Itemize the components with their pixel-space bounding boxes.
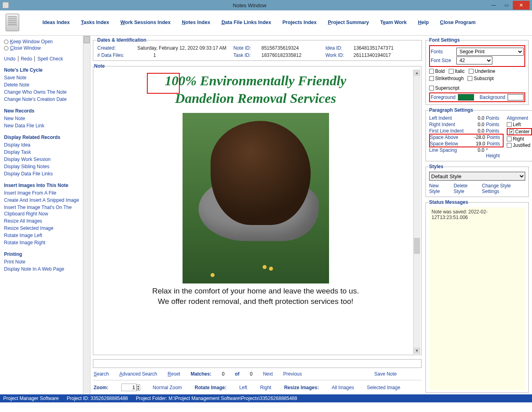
rotate-right-link[interactable]: Right xyxy=(260,385,271,390)
label-first-line-indent: First Line Indent xyxy=(429,128,466,134)
link-change-style[interactable]: Change Style Settings xyxy=(482,183,525,194)
maximize-button[interactable]: ▭ xyxy=(500,1,513,10)
next-link[interactable]: Next xyxy=(263,371,273,377)
zoom-down-icon[interactable]: ▼ xyxy=(137,388,140,390)
advanced-search-link[interactable]: Advanced Search xyxy=(119,371,157,377)
link-display-web-page[interactable]: Display Note In A Web Page xyxy=(4,266,80,272)
label-background: Background xyxy=(480,94,505,100)
footer-project-folder-label: Project Folder: xyxy=(136,396,167,401)
link-change-owner[interactable]: Change Who Owns The Note xyxy=(4,89,80,95)
group-printing: Printing xyxy=(4,251,80,257)
link-print-note[interactable]: Print Note xyxy=(4,259,80,265)
link-save-note[interactable]: Save Note xyxy=(4,74,80,81)
resize-all-link[interactable]: All Images xyxy=(331,385,354,390)
radio-keep-window-open[interactable]: Keep Window Open xyxy=(4,39,80,44)
panel-styles: Styles Default Style New Style Delete St… xyxy=(426,164,529,197)
menu-projects-index[interactable]: Projects Index xyxy=(282,20,316,25)
legend-status: Status Messages xyxy=(429,199,468,205)
menu-help[interactable]: Help xyxy=(418,20,429,25)
link-rotate-image-left[interactable]: Rotate Image Left xyxy=(4,232,80,239)
label-right-indent: Right Indent xyxy=(429,122,466,127)
spell-check-link[interactable]: Spell Check xyxy=(35,56,65,62)
checkbox-italic[interactable]: Italic xyxy=(449,68,465,74)
sidebar-scrollbar[interactable] xyxy=(83,36,90,394)
label-fonts: Fonts xyxy=(431,49,454,54)
link-resize-all-images[interactable]: Resize All Images xyxy=(4,218,80,224)
main-content: Dates & Identification Created: Saturday… xyxy=(92,36,424,394)
radio-close-window[interactable]: Close Window xyxy=(4,45,80,51)
zoom-input[interactable] xyxy=(121,384,137,391)
zoom-up-icon[interactable]: ▲ xyxy=(137,385,140,388)
foreground-color-swatch[interactable] xyxy=(458,94,474,100)
checkbox-bold[interactable]: Bold xyxy=(429,68,445,74)
menu-tasks-index[interactable]: Tasks Index xyxy=(81,20,109,25)
panel-dates: Dates & Identification Created: Saturday… xyxy=(93,37,422,61)
search-link[interactable]: Search xyxy=(94,371,109,377)
checkbox-align-center[interactable]: ✔Center xyxy=(509,129,530,135)
styles-select[interactable]: Default Style xyxy=(429,172,525,181)
menu-close-program[interactable]: Close Program xyxy=(440,20,476,25)
fonts-select[interactable]: Segoe Print xyxy=(456,48,524,56)
link-display-data-file-links[interactable]: Display Data File Links xyxy=(4,171,80,177)
save-note-link[interactable]: Save Note xyxy=(374,371,397,377)
checkbox-align-justified[interactable]: Justified xyxy=(507,143,532,148)
checkbox-underline[interactable]: Underline xyxy=(469,68,495,74)
normal-zoom-link[interactable]: Normal Zoom xyxy=(153,385,182,390)
checkbox-strikethrough[interactable]: Strikethrough xyxy=(429,76,464,81)
link-new-note[interactable]: New Note xyxy=(4,115,80,122)
menu-work-sessions-index[interactable]: Work Sessions Index xyxy=(120,20,171,25)
status-message: Note was saved: 2022-02-12T13:23:51.006 xyxy=(429,207,525,390)
link-new-data-file-link[interactable]: New Data File Link xyxy=(4,123,80,129)
link-display-sibling-notes[interactable]: Display Sibling Notes xyxy=(4,163,80,170)
checkbox-align-right[interactable]: Right xyxy=(507,136,532,142)
group-new-records: New Records xyxy=(4,108,80,114)
link-insert-snipped-image[interactable]: Create And Insert A Snipped Image xyxy=(4,197,80,203)
link-delete-style[interactable]: Delete Style xyxy=(454,183,477,194)
link-insert-image-file[interactable]: Insert Image From A File xyxy=(4,190,80,196)
menu-project-summary[interactable]: Project Summary xyxy=(328,20,369,25)
checkbox-subscript[interactable]: Subscript xyxy=(468,76,494,81)
reset-link[interactable]: Reset xyxy=(168,371,180,377)
label-note-id: Note ID: xyxy=(233,45,261,51)
background-color-swatch[interactable] xyxy=(508,94,524,100)
menu-notes-index[interactable]: Notes Index xyxy=(182,20,210,25)
label-work-id: Work ID: xyxy=(325,52,353,58)
link-display-work-session[interactable]: Display Work Session xyxy=(4,156,80,163)
rotate-image-label: Rotate Image: xyxy=(195,385,226,390)
link-change-date[interactable]: Change Note's Creation Date xyxy=(4,96,80,102)
link-new-style[interactable]: New Style xyxy=(429,183,449,194)
undo-link[interactable]: Undo xyxy=(4,56,18,62)
note-scrollbar[interactable]: ▲ ▼ xyxy=(413,70,420,354)
previous-link[interactable]: Previous xyxy=(283,371,302,377)
value-created: Saturday, February 12, 2022 09:33:17 AM xyxy=(137,45,233,51)
checkbox-align-left[interactable]: Left xyxy=(507,122,532,127)
link-delete-note[interactable]: Delete Note xyxy=(4,82,80,88)
link-rotate-image-right[interactable]: Rotate Image Right xyxy=(4,239,80,246)
menu-data-file-links-index[interactable]: Data File Links Index xyxy=(221,20,271,25)
label-created: Created: xyxy=(97,45,137,51)
font-size-select[interactable]: 42 xyxy=(456,56,492,64)
footer-project-id-value: 33526268885488 xyxy=(90,396,128,401)
value-left-indent: 0.0 xyxy=(468,115,484,121)
link-display-idea[interactable]: Display Idea xyxy=(4,142,80,148)
link-display-task[interactable]: Display Task xyxy=(4,149,80,155)
link-insert-clipboard-image[interactable]: Insert The Image That's On The Clipboard… xyxy=(4,204,80,217)
checkbox-superscript[interactable]: Superscript xyxy=(429,85,460,91)
panel-paragraph-settings: Paragraph Settings Left Indent0.0Points … xyxy=(426,107,532,161)
close-window-button[interactable]: ✕ xyxy=(513,1,530,10)
resize-selected-link[interactable]: Selected Image xyxy=(367,385,400,390)
label-space-above: Space Above xyxy=(430,135,467,140)
label-idea-id: Idea ID: xyxy=(325,45,353,51)
note-editor[interactable]: 100% Environmentally Friendly Dandelion … xyxy=(94,70,413,354)
menubar: Ideas Index Tasks Index Work Sessions In… xyxy=(0,10,532,36)
redo-link[interactable]: Redo xyxy=(18,56,35,62)
menu-ideas-index[interactable]: Ideas Index xyxy=(42,20,70,25)
label-left-indent: Left Indent xyxy=(429,115,466,121)
right-sidebar: Font Settings Fonts Segoe Print Font Siz… xyxy=(424,36,532,394)
matches-count-1: 0 xyxy=(222,371,225,377)
search-input[interactable] xyxy=(93,359,422,368)
minimize-button[interactable]: — xyxy=(487,1,500,10)
link-resize-selected-image[interactable]: Resize Selected Image xyxy=(4,225,80,231)
menu-team-work[interactable]: Team Work xyxy=(380,20,407,25)
rotate-left-link[interactable]: Left xyxy=(239,385,247,390)
